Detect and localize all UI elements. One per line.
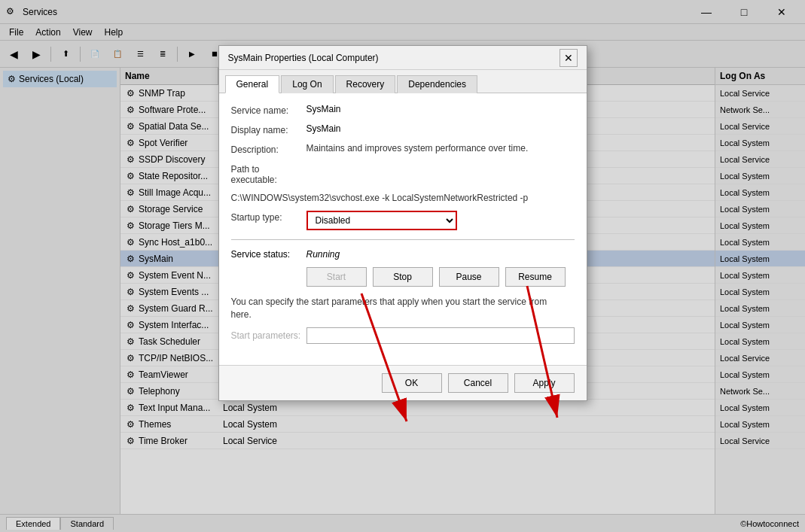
dialog-tab-dependencies[interactable]: Dependencies [397, 75, 477, 93]
action-buttons: Start Stop Pause Resume [306, 267, 575, 287]
startup-select[interactable]: Disabled Manual Automatic Automatic (Del… [306, 211, 457, 230]
status-value: Running [306, 249, 340, 260]
display-name-row: Display name: SysMain [231, 123, 575, 135]
cancel-button[interactable]: Cancel [448, 373, 508, 393]
params-row: Start parameters: [231, 327, 575, 344]
path-label: Path to executable: [231, 163, 306, 185]
dialog-footer: OK Cancel Apply [219, 365, 587, 400]
startup-label: Startup type: [231, 211, 306, 223]
dialog-tab-recovery[interactable]: Recovery [335, 75, 396, 93]
divider [231, 239, 575, 240]
service-name-row: Service name: SysMain [231, 104, 575, 116]
modal-overlay: SysMain Properties (Local Computer) ✕ Ge… [0, 0, 805, 532]
dialog-title: SysMain Properties (Local Computer) [228, 53, 560, 63]
service-name-value: SysMain [306, 104, 575, 114]
apply-button[interactable]: Apply [514, 373, 575, 393]
display-name-value: SysMain [306, 123, 575, 134]
service-name-label: Service name: [231, 104, 306, 116]
ok-button[interactable]: OK [382, 373, 442, 393]
status-label: Service status: [231, 249, 306, 260]
startup-row: Startup type: Disabled Manual Automatic … [231, 211, 575, 230]
dialog-titlebar: SysMain Properties (Local Computer) ✕ [219, 46, 587, 70]
path-value-row: C:\WINDOWS\system32\svchost.exe -k Local… [231, 193, 575, 203]
params-note: You can specify the start parameters tha… [231, 296, 547, 321]
dialog-close-button[interactable]: ✕ [560, 49, 578, 67]
params-label: Start parameters: [231, 330, 306, 341]
dialog-tab-general[interactable]: General [225, 75, 280, 93]
start-button[interactable]: Start [306, 267, 367, 287]
resume-button[interactable]: Resume [505, 267, 566, 287]
dialog-sysmain-properties: SysMain Properties (Local Computer) ✕ Ge… [218, 45, 587, 401]
description-row: Description: Maintains and improves syst… [231, 143, 575, 155]
dialog-tab-logon[interactable]: Log On [281, 75, 333, 93]
display-name-label: Display name: [231, 123, 306, 135]
path-row: Path to executable: [231, 163, 575, 185]
pause-button[interactable]: Pause [439, 267, 499, 287]
dialog-tabs: General Log On Recovery Dependencies [219, 70, 587, 93]
dialog-content: Service name: SysMain Display name: SysM… [219, 93, 587, 365]
description-label: Description: [231, 143, 306, 155]
description-value: Maintains and improves system performanc… [306, 143, 547, 154]
params-input[interactable] [306, 327, 575, 344]
stop-button[interactable]: Stop [373, 267, 433, 287]
service-status-row: Service status: Running [231, 249, 575, 260]
path-value: C:\WINDOWS\system32\svchost.exe -k Local… [231, 193, 529, 203]
